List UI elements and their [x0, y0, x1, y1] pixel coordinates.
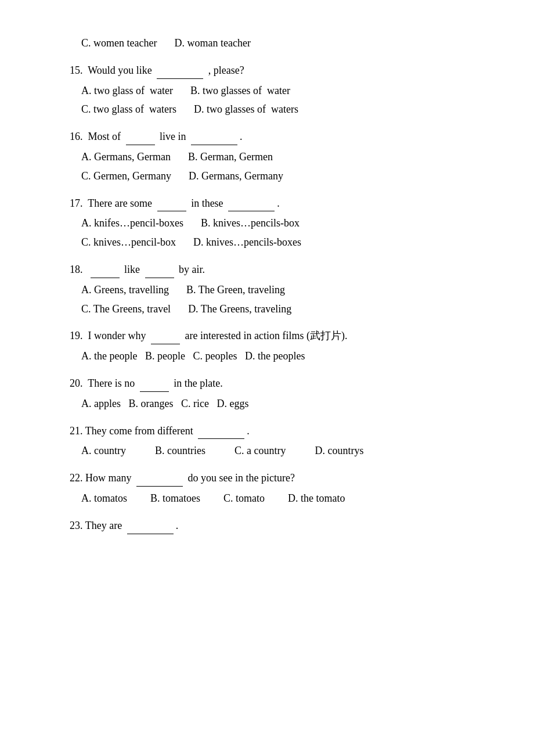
question-22-options: A. tomatos B. tomatoes C. tomato D. the … [81, 490, 488, 507]
question-23: 23. They are . [70, 517, 488, 534]
question-18-options-cd: C. The Greens, travel D. The Greens, tra… [81, 301, 488, 318]
previous-question-options: C. women teacher D. woman teacher [70, 35, 488, 52]
q15-option-d: D. two glasses of waters [194, 101, 298, 118]
question-22-text: 22. How many do you see in the picture? [70, 470, 488, 487]
q22-option-c: C. tomato [223, 490, 265, 507]
q22-option-a: A. tomatos [81, 490, 127, 507]
question-15: 15. Would you like , please? A. two glas… [70, 62, 488, 118]
blank-22 [136, 486, 183, 487]
question-21-text: 21. They come from different . [70, 423, 488, 440]
q21-option-d: D. countrys [315, 442, 363, 459]
q16-option-d: D. Germans, Germany [189, 168, 283, 185]
question-18-text: 18. like by air. [70, 261, 488, 278]
q16-option-b: B. German, Germen [188, 149, 273, 165]
blank-17b [228, 211, 275, 211]
question-18: 18. like by air. A. Greens, travelling B… [70, 261, 488, 317]
worksheet-content: C. women teacher D. woman teacher 15. Wo… [70, 35, 488, 534]
q17-option-d: D. knives…pencils-boxes [193, 234, 301, 251]
question-20-text: 20. There is no in the plate. [70, 375, 488, 392]
question-18-options-ab: A. Greens, travelling B. The Green, trav… [81, 282, 488, 298]
q21-option-b: B. countries [155, 442, 205, 459]
blank-20 [140, 391, 169, 392]
question-23-text: 23. They are . [70, 517, 488, 534]
q17-option-b: B. knives…pencils-box [201, 215, 300, 232]
question-15-options-cd: C. two glass of waters D. two glasses of… [81, 101, 488, 118]
question-21: 21. They come from different . A. countr… [70, 423, 488, 460]
q18-option-b: B. The Green, traveling [186, 282, 285, 298]
question-17-options-cd: C. knives…pencil-box D. knives…pencils-b… [81, 234, 488, 251]
blank-18a [91, 278, 120, 278]
q18-option-d: D. The Greens, traveling [188, 301, 291, 318]
options-row-cd: C. women teacher D. woman teacher [81, 35, 488, 52]
option-c-women-teacher: C. women teacher [81, 35, 157, 52]
q17-option-c: C. knives…pencil-box [81, 234, 176, 251]
question-16-options-ab: A. Germans, German B. German, Germen [81, 149, 488, 165]
q22-option-d: D. the tomato [288, 490, 345, 507]
question-21-options: A. country B. countries C. a country D. … [81, 442, 488, 459]
q19-option-a: A. the people B. people C. peoples D. th… [81, 350, 305, 362]
question-20-options: A. apples B. oranges C. rice D. eggs [81, 395, 488, 412]
question-17-text: 17. There are some in these . [70, 195, 488, 212]
blank-16a [126, 145, 155, 145]
blank-23 [127, 534, 174, 534]
q21-option-c: C. a country [234, 442, 286, 459]
q16-option-a: A. Germans, German [81, 149, 171, 165]
q15-option-c: C. two glass of waters [81, 101, 176, 118]
blank-19 [151, 344, 180, 344]
question-17-options-ab: A. knifes…pencil-boxes B. knives…pencils… [81, 215, 488, 232]
q21-option-a: A. country [81, 442, 126, 459]
question-19: 19. I wonder why are interested in actio… [70, 327, 488, 365]
q20-option-a: A. apples B. oranges C. rice D. eggs [81, 398, 248, 409]
blank-17a [157, 211, 186, 211]
blank-15 [157, 78, 203, 79]
question-16: 16. Most of live in . A. Germans, German… [70, 128, 488, 184]
question-16-text: 16. Most of live in . [70, 128, 488, 145]
question-17: 17. There are some in these . A. knifes…… [70, 195, 488, 251]
question-16-options-cd: C. Germen, Germany D. Germans, Germany [81, 168, 488, 185]
q15-option-b: B. two glasses of water [190, 82, 290, 99]
blank-21 [198, 438, 244, 439]
q15-option-a: A. two glass of water [81, 82, 173, 99]
blank-18b [145, 278, 174, 278]
question-15-options-ab: A. two glass of water B. two glasses of … [81, 82, 488, 99]
question-19-options: A. the people B. people C. peoples D. th… [81, 348, 488, 365]
blank-16b [191, 145, 237, 145]
option-d-woman-teacher: D. woman teacher [174, 35, 250, 52]
q16-option-c: C. Germen, Germany [81, 168, 171, 185]
question-22: 22. How many do you see in the picture? … [70, 470, 488, 507]
q18-option-a: A. Greens, travelling [81, 282, 169, 298]
q22-option-b: B. tomatoes [150, 490, 200, 507]
q18-option-c: C. The Greens, travel [81, 301, 171, 318]
question-15-text: 15. Would you like , please? [70, 62, 488, 79]
q17-option-a: A. knifes…pencil-boxes [81, 215, 183, 232]
question-20: 20. There is no in the plate. A. apples … [70, 375, 488, 412]
question-19-text: 19. I wonder why are interested in actio… [70, 327, 488, 344]
